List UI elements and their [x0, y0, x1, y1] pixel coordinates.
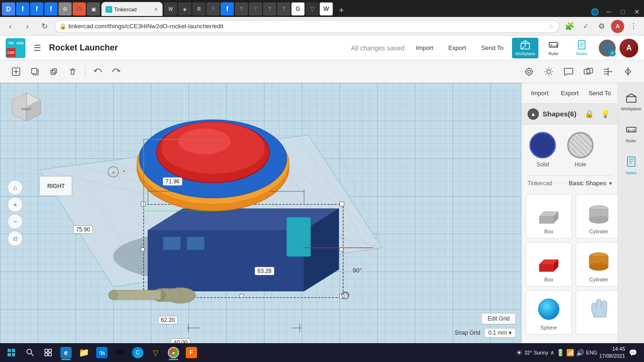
taskbar-cortana[interactable]: C	[129, 344, 146, 361]
tab-more2[interactable]: ◈	[178, 2, 191, 16]
clock[interactable]: 14:45 17/08/2021	[599, 346, 625, 360]
tab-misc2[interactable]: ▣	[87, 2, 100, 16]
taskbar-chrome[interactable]: ●	[165, 344, 182, 361]
svg-point-128	[589, 263, 608, 271]
back-button[interactable]: ‹	[4, 20, 17, 33]
copy-button[interactable]	[26, 63, 43, 80]
tab-more3[interactable]: R	[192, 2, 206, 16]
delete-button[interactable]	[64, 63, 81, 80]
shape-card-box-red[interactable]: Box	[526, 242, 572, 287]
bookmark-icon[interactable]: ☆	[548, 23, 554, 30]
forward-button[interactable]: ›	[21, 20, 34, 33]
comment-button[interactable]	[560, 63, 577, 80]
shape-card-hand[interactable]	[576, 290, 618, 335]
view-cube[interactable]: RIGHT	[8, 90, 45, 123]
svg-line-147	[31, 354, 33, 356]
collapse-shapes-button[interactable]: ▲	[528, 108, 539, 120]
svg-rect-20	[51, 70, 55, 74]
tab-fb2[interactable]: f	[30, 2, 43, 16]
undo-button[interactable]	[89, 63, 106, 80]
tab-misc[interactable]: ⚙	[58, 2, 72, 16]
hole-type[interactable]: Hole	[567, 132, 594, 168]
notification-bell[interactable]: 💬	[627, 347, 638, 358]
add-user-button[interactable]: 👤 +	[597, 38, 618, 58]
ruler-button[interactable]: Ruler	[540, 38, 567, 58]
check-icon[interactable]: ✓	[579, 20, 592, 33]
canvas-area[interactable]: RIGHT ⊙ ✕	[0, 83, 521, 343]
import-action-button[interactable]: Import	[526, 86, 554, 101]
user-avatar[interactable]: A	[619, 39, 638, 58]
send-to-button[interactable]: Send To	[475, 40, 510, 57]
search-button[interactable]	[22, 344, 39, 361]
tab-tinkercad-active[interactable]: T Tinkercad ✕	[101, 2, 163, 16]
taskview-button[interactable]	[40, 344, 57, 361]
workplane-button[interactable]: Workplane	[512, 38, 538, 58]
taskbar-fusion[interactable]: F	[183, 344, 200, 361]
shapes-lock-button[interactable]: 🔒	[583, 107, 596, 121]
profile-avatar[interactable]: A	[611, 20, 624, 33]
solid-type[interactable]: Solid	[529, 132, 556, 168]
send-to-action-button[interactable]: Send To	[586, 86, 614, 101]
zoom-in-button[interactable]: +	[8, 197, 23, 212]
taskbar-triforce[interactable]: ▽	[147, 344, 164, 361]
tab-more5[interactable]: f	[221, 2, 234, 16]
new-object-button[interactable]	[8, 63, 25, 80]
new-tab-button[interactable]: +	[335, 4, 348, 17]
shape-card-cylinder-grey[interactable]: Cylinder	[576, 194, 618, 239]
start-button[interactable]	[2, 344, 21, 361]
catalog-dropdown[interactable]: ▾	[609, 180, 612, 187]
tab-fb3[interactable]: f	[44, 2, 58, 16]
import-button[interactable]: Import	[409, 40, 440, 57]
tab-fb1[interactable]: f	[16, 2, 29, 16]
narrow-ruler-button[interactable]: Ruler	[620, 119, 643, 149]
shapes-light-button[interactable]: 💡	[599, 107, 612, 121]
tab-more9[interactable]: T	[277, 2, 290, 16]
redo-button[interactable]	[108, 63, 125, 80]
export-action-button[interactable]: Export	[556, 86, 584, 101]
tab-triforce[interactable]: ▽	[305, 2, 319, 16]
shape-card-cylinder-orange[interactable]: Cylinder	[576, 242, 618, 287]
tab-google2[interactable]: G	[291, 2, 305, 16]
settings-button[interactable]: ⚙	[595, 20, 608, 33]
view-home-button[interactable]: ⌂	[8, 180, 23, 195]
maximize-button[interactable]: □	[618, 7, 628, 17]
tab-more4[interactable]: T	[206, 2, 220, 16]
shape-card-box-grey[interactable]: Box	[526, 194, 572, 239]
snap-grid-value[interactable]: 0.1 mm ▾	[484, 328, 516, 337]
extensions-button[interactable]: 🧩	[563, 20, 576, 33]
volume-icon[interactable]: 🔊	[576, 349, 584, 356]
narrow-workplane-button[interactable]: Workplane	[620, 87, 643, 117]
menu-button[interactable]: ⋮	[627, 20, 640, 33]
duplicate-button[interactable]	[45, 63, 62, 80]
tab-more1[interactable]: W	[164, 2, 177, 16]
mirror-button[interactable]	[619, 63, 636, 80]
align-button[interactable]	[600, 63, 617, 80]
notes-button[interactable]: Notes	[569, 38, 595, 58]
tab-more8[interactable]: T	[263, 2, 276, 16]
shape-card-sphere[interactable]: Sphere	[526, 290, 572, 335]
narrow-notes-button[interactable]: Notes	[620, 151, 643, 181]
reload-button[interactable]: ↻	[38, 20, 51, 33]
tab-game[interactable]: 🎮	[73, 2, 86, 16]
taskbar-mail[interactable]: ✉	[111, 344, 128, 361]
active-tab-close[interactable]: ✕	[154, 6, 158, 13]
close-button[interactable]: ✕	[632, 7, 642, 17]
tab-more6[interactable]: T	[235, 2, 248, 16]
taskbar-edge[interactable]: e	[58, 344, 74, 361]
edit-grid-button[interactable]: Edit Grid	[481, 313, 516, 324]
minimize-button[interactable]: ─	[603, 7, 614, 17]
address-input[interactable]	[55, 20, 559, 33]
zoom-out-button[interactable]: −	[8, 214, 23, 229]
system-tray-expand[interactable]: ∧	[550, 349, 554, 356]
hamburger-button[interactable]: ☰	[30, 41, 44, 55]
taskbar-store[interactable]: 🛍	[93, 344, 110, 361]
tab-google-docs[interactable]: D	[2, 2, 15, 16]
light-button[interactable]	[540, 63, 557, 80]
camera-view-button[interactable]	[520, 63, 537, 80]
fit-all-button[interactable]: ⊡	[8, 231, 23, 246]
tab-wiki[interactable]: W	[320, 2, 333, 16]
taskbar-explorer[interactable]: 📁	[75, 344, 92, 361]
duplicate-view-button[interactable]	[580, 63, 597, 80]
export-button[interactable]: Export	[442, 40, 473, 57]
tab-more7[interactable]: T	[249, 2, 262, 16]
